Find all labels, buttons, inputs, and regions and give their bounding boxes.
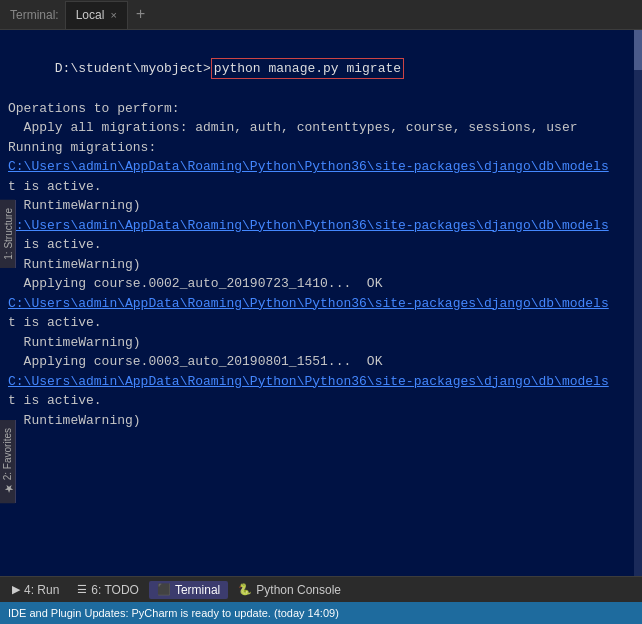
terminal-line-9: t is active. bbox=[8, 313, 634, 333]
prompt-path: D:\student\myobject> bbox=[55, 61, 211, 76]
terminal-link-3[interactable]: C:\Users\admin\AppData\Roaming\Python\Py… bbox=[8, 294, 634, 314]
run-btn[interactable]: ▶ 4: Run bbox=[4, 581, 67, 599]
todo-icon: ☰ bbox=[77, 583, 87, 596]
terminal-line-11: Applying course.0003_auto_20190801_1551.… bbox=[8, 352, 634, 372]
terminal-link-2[interactable]: C:\Users\admin\AppData\Roaming\Python\Py… bbox=[8, 216, 634, 236]
tab-local[interactable]: Local × bbox=[65, 1, 128, 29]
terminal-line-4: t is active. bbox=[8, 177, 634, 197]
terminal-label: Terminal bbox=[175, 583, 220, 597]
terminal-line-5: RuntimeWarning) bbox=[8, 196, 634, 216]
command-box: python manage.py migrate bbox=[211, 58, 404, 80]
terminal-line-13: RuntimeWarning) bbox=[8, 411, 634, 431]
run-icon: ▶ bbox=[12, 583, 20, 596]
terminal-link-4[interactable]: C:\Users\admin\AppData\Roaming\Python\Py… bbox=[8, 372, 634, 392]
terminal-line-prompt: D:\student\myobject>python manage.py mig… bbox=[8, 38, 634, 99]
favorites-panel[interactable]: ★2: Favorites bbox=[0, 420, 15, 503]
bottom-toolbar: ▶ 4: Run ☰ 6: TODO ⬛ Terminal 🐍 Python C… bbox=[0, 576, 642, 602]
python-console-label: Python Console bbox=[256, 583, 341, 597]
terminal-icon: ⬛ bbox=[157, 583, 171, 596]
python-icon: 🐍 bbox=[238, 583, 252, 596]
tab-close-btn[interactable]: × bbox=[110, 9, 116, 21]
terminal-line-10: RuntimeWarning) bbox=[8, 333, 634, 353]
terminal-line-6: t is active. bbox=[8, 235, 634, 255]
python-console-btn[interactable]: 🐍 Python Console bbox=[230, 581, 349, 599]
tab-add-btn[interactable]: + bbox=[128, 6, 154, 24]
terminal-line-12: t is active. bbox=[8, 391, 634, 411]
todo-btn[interactable]: ☰ 6: TODO bbox=[69, 581, 147, 599]
scrollbar-thumb[interactable] bbox=[634, 30, 642, 70]
status-text: IDE and Plugin Updates: PyCharm is ready… bbox=[8, 607, 339, 619]
terminal-line-2: Apply all migrations: admin, auth, conte… bbox=[8, 118, 634, 138]
scrollbar[interactable] bbox=[634, 30, 642, 576]
terminal-line-7: RuntimeWarning) bbox=[8, 255, 634, 275]
todo-label: 6: TODO bbox=[91, 583, 139, 597]
terminal-line-1: Operations to perform: bbox=[8, 99, 634, 119]
tab-local-label: Local bbox=[76, 8, 105, 22]
terminal-wrapper: D:\student\myobject>python manage.py mig… bbox=[0, 30, 642, 576]
terminal-link-1[interactable]: C:\Users\admin\AppData\Roaming\Python\Py… bbox=[8, 157, 634, 177]
structure-panel[interactable]: 1: Structure bbox=[0, 200, 15, 268]
terminal-label: Terminal: bbox=[4, 8, 65, 22]
run-label: 4: Run bbox=[24, 583, 59, 597]
terminal-line-3: Running migrations: bbox=[8, 138, 634, 158]
terminal-btn[interactable]: ⬛ Terminal bbox=[149, 581, 228, 599]
terminal-content[interactable]: D:\student\myobject>python manage.py mig… bbox=[0, 30, 642, 576]
tab-bar: Terminal: Local × + bbox=[0, 0, 642, 30]
status-bar: IDE and Plugin Updates: PyCharm is ready… bbox=[0, 602, 642, 624]
side-panels-2: ★2: Favorites bbox=[0, 420, 16, 503]
terminal-line-8: Applying course.0002_auto_20190723_1410.… bbox=[8, 274, 634, 294]
side-panels: 1: Structure bbox=[0, 200, 16, 268]
